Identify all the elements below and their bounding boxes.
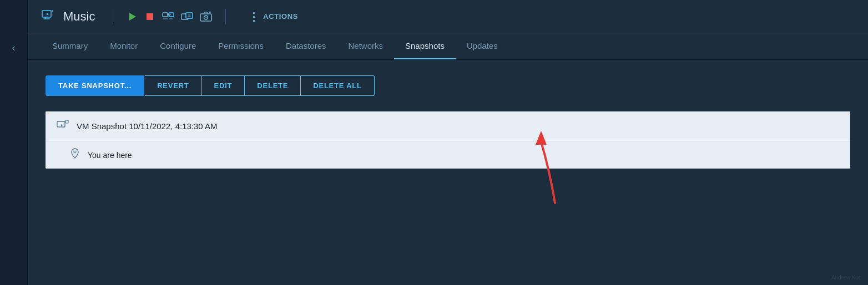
location-item: You are here <box>46 141 850 169</box>
delete-button[interactable]: DELETE <box>245 75 301 96</box>
stop-icon[interactable] <box>144 11 155 22</box>
revert-button[interactable]: REVERT <box>145 75 201 96</box>
delete-all-button[interactable]: DELETE ALL <box>301 75 374 96</box>
action-buttons-row: TAKE SNAPSHOT... REVERT EDIT DELETE DELE… <box>46 75 850 96</box>
watermark: Andrew Kuc <box>831 274 861 281</box>
tab-snapshots[interactable]: Snapshots <box>394 33 456 59</box>
vm-icon <box>41 8 54 24</box>
title-divider <box>113 9 113 24</box>
edit-button[interactable]: EDIT <box>202 75 245 96</box>
svg-marker-2 <box>129 13 136 21</box>
play-icon[interactable] <box>127 11 138 22</box>
svg-rect-4 <box>163 13 168 17</box>
snapshots-content: TAKE SNAPSHOT... REVERT EDIT DELETE DELE… <box>28 60 868 285</box>
vm-title: Music <box>63 9 95 24</box>
tab-summary[interactable]: Summary <box>41 33 99 59</box>
snapshot-entry-label: VM Snapshot 10/11/2022, 4:13:30 AM <box>77 121 218 131</box>
sidebar-collapse-button[interactable]: ‹ <box>8 38 20 58</box>
svg-rect-1 <box>52 10 53 12</box>
migrate-icon[interactable] <box>162 11 174 22</box>
tab-monitor[interactable]: Monitor <box>99 33 149 59</box>
main-content: Music <box>28 0 868 285</box>
svg-point-10 <box>205 17 207 18</box>
tab-datastores[interactable]: Datastores <box>275 33 337 59</box>
actions-label: ACTIONS <box>263 12 298 21</box>
location-label: You are here <box>88 151 132 160</box>
snapshot-entry-icon <box>57 119 69 133</box>
nav-tabs: Summary Monitor Configure Permissions Da… <box>28 33 868 60</box>
take-snapshot-button[interactable]: TAKE SNAPSHOT... <box>46 75 144 96</box>
svg-point-13 <box>74 151 76 153</box>
top-bar: Music <box>28 0 868 33</box>
sidebar-collapse: ‹ <box>0 0 28 285</box>
svg-rect-5 <box>169 13 174 17</box>
toolbar-divider <box>225 9 226 24</box>
tab-configure[interactable]: Configure <box>149 33 207 59</box>
actions-button[interactable]: ⋮ ACTIONS <box>248 10 298 23</box>
snapshot-list: VM Snapshot 10/11/2022, 4:13:30 AM You a… <box>46 111 850 169</box>
tab-networks[interactable]: Networks <box>337 33 395 59</box>
actions-dots-icon: ⋮ <box>248 10 260 23</box>
tab-updates[interactable]: Updates <box>456 33 509 59</box>
snapshot-toolbar-icon[interactable] <box>200 11 212 22</box>
svg-rect-3 <box>147 13 153 20</box>
toolbar-icons <box>127 11 212 22</box>
location-icon <box>70 148 80 162</box>
app-container: ‹ Music <box>0 0 868 285</box>
snapshot-item[interactable]: VM Snapshot 10/11/2022, 4:13:30 AM <box>46 111 850 141</box>
svg-rect-7 <box>186 13 193 18</box>
tab-permissions[interactable]: Permissions <box>207 33 275 59</box>
clone-icon[interactable] <box>181 11 193 22</box>
